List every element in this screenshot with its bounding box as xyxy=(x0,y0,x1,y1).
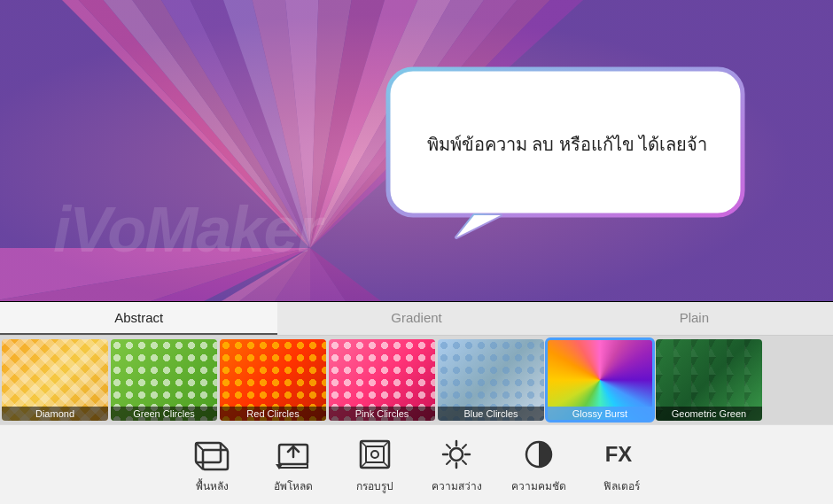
speech-bubble[interactable]: พิมพ์ข้อความ ลบ หรือแก้ไข ได้เลยจ้า xyxy=(385,66,749,221)
tab-abstract[interactable]: Abstract xyxy=(0,302,277,335)
background-icon xyxy=(192,435,231,474)
thumb-blue-circles-label: Blue Clircles xyxy=(438,407,544,421)
contrast-icon xyxy=(519,435,558,474)
thumb-blue-circles[interactable]: Blue Clircles xyxy=(438,339,544,421)
brightness-icon xyxy=(437,435,476,474)
canvas-area: iVoMaker พิมพ์ข้อความ ลบ หรือแก้ไข ได้เล… xyxy=(0,0,833,301)
thumb-geo-green-label: Geometric Green xyxy=(656,407,762,421)
thumb-pink-circles-label: Pink Clircles xyxy=(329,407,435,421)
thumb-diamond[interactable]: Diamond xyxy=(2,339,108,421)
thumb-glossy-burst-label: Glossy Burst xyxy=(547,407,653,421)
upload-icon xyxy=(274,435,313,474)
frame-icon xyxy=(355,435,394,474)
thumb-geo-green[interactable]: Geometric Green xyxy=(656,339,762,421)
tool-frame[interactable]: กรอบรูป xyxy=(348,435,401,494)
tool-fx[interactable]: FX ฟิลเตอร์ xyxy=(595,435,648,494)
thumb-green-circles-label: Green Clircles xyxy=(111,407,217,421)
tool-background[interactable]: พื้นหลัง xyxy=(185,435,238,494)
bottom-panel: Abstract Gradient Plain Diamond Green Cl… xyxy=(0,302,833,504)
thumbnails-row: Diamond Green Clircles Red Clircles Pink… xyxy=(0,336,833,424)
svg-rect-32 xyxy=(366,446,384,462)
svg-line-39 xyxy=(447,445,450,448)
tool-upload[interactable]: อัพโหลด xyxy=(267,435,320,494)
tool-brightness-label: ความสว่าง xyxy=(432,477,482,494)
fx-icon: FX xyxy=(602,435,641,474)
tool-contrast-label: ความคมชัด xyxy=(511,477,566,494)
tab-plain[interactable]: Plain xyxy=(556,302,833,335)
thumb-pink-circles[interactable]: Pink Clircles xyxy=(329,339,435,421)
tool-background-label: พื้นหลัง xyxy=(196,477,229,494)
svg-point-34 xyxy=(450,448,463,461)
watermark: iVoMaker xyxy=(53,193,320,266)
toolbar-row: พื้นหลัง อัพโหลด xyxy=(0,424,833,504)
svg-point-33 xyxy=(371,451,378,458)
thumb-red-circles-label: Red Clircles xyxy=(220,407,326,421)
svg-text:FX: FX xyxy=(605,442,633,466)
thumb-diamond-label: Diamond xyxy=(2,407,108,421)
svg-rect-28 xyxy=(203,450,228,469)
tool-frame-label: กรอบรูป xyxy=(356,477,393,494)
thumb-green-circles[interactable]: Green Clircles xyxy=(111,339,217,421)
tab-gradient[interactable]: Gradient xyxy=(277,302,555,335)
thumb-glossy-burst[interactable]: Glossy Burst xyxy=(547,339,653,421)
svg-line-40 xyxy=(463,461,466,464)
tool-brightness[interactable]: ความสว่าง xyxy=(430,435,483,494)
tool-upload-label: อัพโหลด xyxy=(274,477,313,494)
svg-line-42 xyxy=(447,461,450,464)
tabs-row: Abstract Gradient Plain xyxy=(0,302,833,336)
tool-contrast[interactable]: ความคมชัด xyxy=(511,435,566,494)
svg-line-41 xyxy=(463,445,466,448)
speech-bubble-text: พิมพ์ข้อความ ลบ หรือแก้ไข ได้เลยจ้า xyxy=(427,131,708,158)
thumb-red-circles[interactable]: Red Clircles xyxy=(220,339,326,421)
tool-fx-label: ฟิลเตอร์ xyxy=(603,477,640,494)
